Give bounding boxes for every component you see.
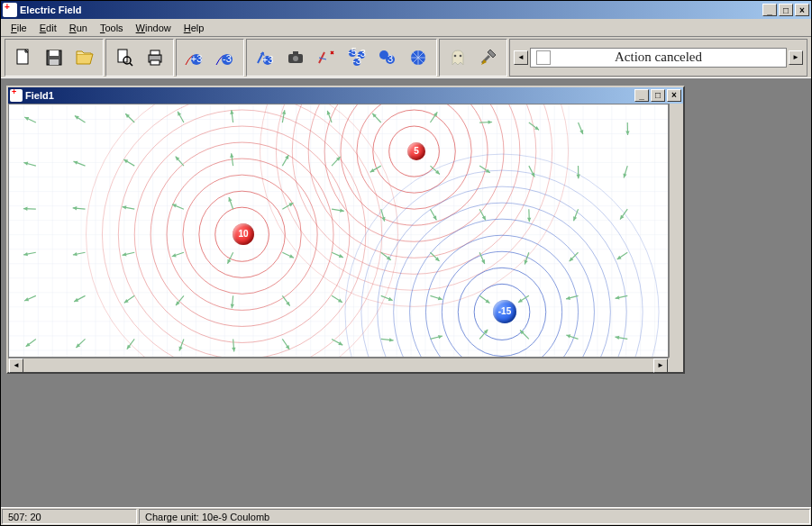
preview-button[interactable]	[110, 43, 139, 72]
child-window-icon	[10, 89, 23, 102]
toolbar: +3 -3 +3 -5-3-3 3 ◄ Action canceled ►	[1, 37, 811, 78]
group-charge-button[interactable]: 3	[373, 43, 402, 72]
horizontal-scrollbar[interactable]: ◄ ►	[8, 358, 669, 372]
svg-rect-4	[118, 50, 127, 62]
field-canvas[interactable]: 105-15	[8, 104, 669, 358]
charge-5[interactable]: 5	[407, 142, 425, 160]
docwell-banner: Action canceled	[530, 48, 787, 68]
save-button[interactable]	[40, 43, 68, 72]
run-pos-button[interactable]: +3	[251, 43, 279, 72]
scroll-corner	[669, 358, 683, 372]
camera-button[interactable]	[281, 43, 310, 72]
svg-text:+3: +3	[262, 54, 274, 65]
hscroll-left-icon[interactable]: ◄	[9, 358, 23, 373]
menu-help[interactable]: Help	[178, 21, 211, 35]
svg-rect-18	[293, 51, 298, 54]
vertical-scrollbar[interactable]	[669, 104, 683, 358]
menubar: File Edit Run Tools Window Help	[1, 19, 811, 37]
mdi-client: Field1 _ □ × 105-15 ◄ ►	[1, 78, 811, 507]
menu-edit[interactable]: Edit	[33, 21, 63, 35]
multi-charge-button[interactable]: -5-3-3	[342, 43, 371, 72]
svg-line-6	[130, 63, 132, 66]
menu-window[interactable]: Window	[130, 21, 178, 35]
menu-file[interactable]: File	[5, 21, 33, 35]
svg-rect-2	[50, 50, 59, 56]
statusbar: 507: 20 Charge unit: 10e-9 Coulomb	[1, 507, 811, 525]
ghost-icon[interactable]	[443, 43, 472, 72]
svg-point-17	[293, 56, 298, 61]
charge--15[interactable]: -15	[493, 300, 516, 323]
svg-rect-9	[151, 60, 160, 65]
docwell-panel: ◄ Action canceled ►	[509, 39, 807, 77]
open-button[interactable]	[70, 43, 99, 72]
status-units: Charge unit: 10e-9 Coulomb	[139, 509, 810, 524]
docwell-scroll-right[interactable]: ►	[789, 50, 803, 65]
svg-rect-31	[9, 104, 668, 357]
fieldlines-button[interactable]	[404, 43, 433, 72]
svg-point-29	[454, 54, 457, 57]
add-negative-charge-button[interactable]: -3	[211, 43, 240, 72]
app-title: Electric Field	[20, 5, 762, 15]
child-titlebar[interactable]: Field1 _ □ ×	[8, 87, 683, 104]
docwell-scroll-left[interactable]: ◄	[514, 50, 528, 65]
child-close-button[interactable]: ×	[667, 89, 681, 102]
hscroll-right-icon[interactable]: ►	[653, 358, 668, 373]
maximize-button[interactable]: □	[779, 4, 793, 16]
menu-run[interactable]: Run	[63, 21, 94, 35]
status-coords: 507: 20	[2, 509, 137, 524]
child-title: Field1	[25, 90, 634, 101]
child-minimize-button[interactable]: _	[634, 89, 649, 102]
svg-text:+3: +3	[191, 53, 203, 64]
menu-tools[interactable]: Tools	[94, 21, 130, 35]
child-window: Field1 _ □ × 105-15 ◄ ►	[6, 86, 685, 374]
svg-rect-8	[151, 50, 160, 55]
close-button[interactable]: ×	[795, 4, 809, 16]
child-maximize-button[interactable]: □	[651, 89, 665, 102]
print-button[interactable]	[141, 43, 169, 72]
minimize-button[interactable]: _	[762, 4, 777, 16]
new-file-button[interactable]	[9, 43, 38, 72]
svg-text:3: 3	[388, 53, 393, 64]
settings-button[interactable]	[474, 43, 503, 72]
add-positive-charge-button[interactable]: +3	[180, 43, 209, 72]
charge-10[interactable]: 10	[233, 223, 254, 245]
svg-text:-3: -3	[352, 55, 361, 66]
run-neg-button[interactable]	[312, 43, 341, 72]
svg-rect-3	[50, 59, 59, 65]
svg-point-30	[460, 54, 462, 57]
svg-text:-3: -3	[223, 53, 232, 64]
app-icon	[3, 3, 17, 17]
app-titlebar: Electric Field _ □ ×	[1, 1, 811, 19]
